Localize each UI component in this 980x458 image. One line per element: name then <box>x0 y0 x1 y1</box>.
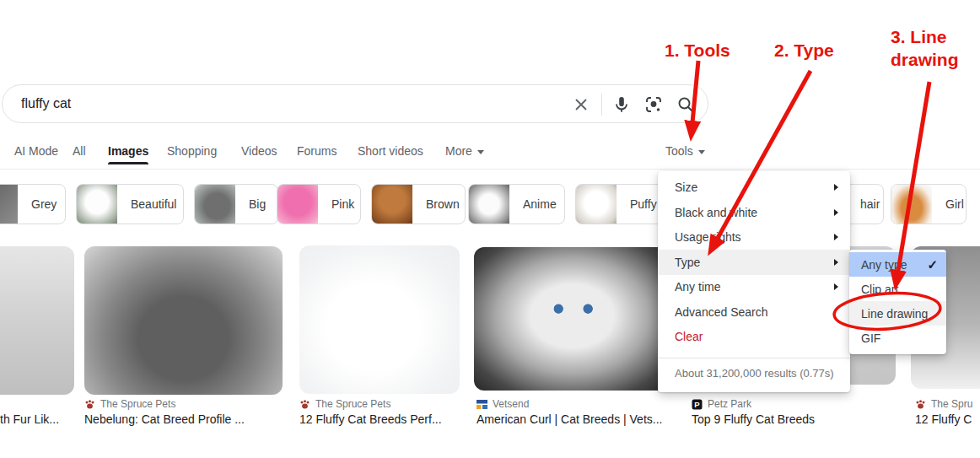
result-caption[interactable]: The Spruce Pets 12 Fluffy Cat Breeds Per… <box>299 397 442 426</box>
result-title: 12 Fluffy Cat Breeds Perf... <box>299 412 442 426</box>
chevron-down-icon <box>698 150 705 154</box>
menu-item-type[interactable]: Type <box>658 250 850 275</box>
menu-item-size[interactable]: Size <box>658 175 850 201</box>
chip-grey-thumbnail <box>0 184 18 224</box>
tabs-divider-line <box>0 169 980 170</box>
result-source: Vetsend <box>477 397 662 411</box>
result-source: The Spruce Pets <box>299 397 442 411</box>
petz-park-favicon: P <box>692 399 703 410</box>
result-type-tabs: AI Mode All Images Shopping Videos Forum… <box>0 144 980 163</box>
results-count-text: About 31,200,000 results (0.77s) <box>675 367 834 380</box>
annotation-step-2: 2. Type <box>774 39 834 62</box>
paw-icon <box>84 399 95 410</box>
tab-short-videos[interactable]: Short videos <box>358 144 423 158</box>
submenu-item-any-type[interactable]: Any type✓ <box>849 252 946 277</box>
result-source: The Spruce Pets <box>84 397 245 411</box>
tab-shopping[interactable]: Shopping <box>167 144 217 158</box>
result-caption[interactable]: The Spruce Pets Nebelung: Cat Breed Prof… <box>84 397 245 426</box>
voice-search-icon[interactable] <box>611 94 632 115</box>
search-icon[interactable] <box>676 94 696 115</box>
result-image-nebelung-cat[interactable] <box>84 246 283 395</box>
tools-button[interactable]: Tools <box>665 144 705 158</box>
chip-grey[interactable]: Grey <box>0 184 66 224</box>
chip-big[interactable]: Big <box>194 184 278 224</box>
clear-search-icon[interactable] <box>571 94 591 115</box>
result-caption[interactable]: P Petz Park Top 9 Fluffy Cat Breeds <box>692 397 815 426</box>
tab-images[interactable]: Images <box>108 144 148 158</box>
chip-girl-thumbnail <box>891 184 932 224</box>
submenu-arrow-icon <box>834 259 838 266</box>
menu-divider <box>658 358 850 358</box>
searchbar-divider <box>601 94 602 116</box>
menu-item-any-time[interactable]: Any time <box>658 275 850 300</box>
submenu-arrow-icon <box>834 209 838 216</box>
chip-girl[interactable]: Girl <box>891 184 967 224</box>
submenu-item-line-drawing[interactable]: Line drawing <box>849 301 946 326</box>
chip-brown[interactable]: Brown <box>371 184 466 224</box>
result-image-white-fluffy-cat[interactable] <box>299 245 460 394</box>
search-input[interactable]: fluffy cat <box>21 96 71 111</box>
result-title: American Curl | Cat Breeds | Vets... <box>477 412 662 426</box>
tab-more[interactable]: More <box>445 144 484 158</box>
paw-icon <box>299 399 310 410</box>
chip-big-thumbnail <box>195 184 235 224</box>
tab-all[interactable]: All <box>73 144 86 158</box>
menu-item-black-and-white[interactable]: Black and white <box>658 200 850 225</box>
tools-dropdown-menu: Size Black and white Usage rights Type A… <box>658 171 850 392</box>
result-title: Nebelung: Cat Breed Profile ... <box>84 412 245 426</box>
menu-item-advanced-search[interactable]: Advanced Search <box>658 299 850 325</box>
result-title: 12 Fluffy C <box>915 412 972 426</box>
annotation-step-3: 3. Line drawing <box>891 25 968 71</box>
tab-videos[interactable]: Videos <box>241 144 277 158</box>
menu-item-clear[interactable]: Clear <box>658 325 850 350</box>
submenu-arrow-icon <box>834 234 838 240</box>
search-bar: fluffy cat <box>2 84 708 123</box>
result-title: Top 9 Fluffy Cat Breeds <box>692 412 815 426</box>
paw-icon <box>915 399 926 410</box>
chip-puffy[interactable]: Puffy <box>575 184 668 224</box>
tab-ai-mode[interactable]: AI Mode <box>14 144 58 158</box>
result-source: P Petz Park <box>692 397 815 411</box>
result-caption[interactable]: th Fur Lik... <box>0 411 59 426</box>
chip-anime-thumbnail <box>469 184 509 224</box>
submenu-item-clip-art[interactable]: Clip art <box>849 277 946 301</box>
submenu-item-gif[interactable]: GIF <box>849 326 946 350</box>
result-caption[interactable]: The Spru 12 Fluffy C <box>915 397 972 426</box>
chip-beautiful-thumbnail <box>77 184 117 224</box>
lens-camera-icon[interactable] <box>643 94 664 115</box>
chip-beautiful[interactable]: Beautiful <box>76 184 184 224</box>
chevron-down-icon <box>477 150 484 154</box>
type-submenu: Any type✓ Clip art Line drawing GIF <box>849 250 946 354</box>
menu-item-usage-rights[interactable]: Usage rights <box>658 225 850 251</box>
checkmark-icon: ✓ <box>927 257 938 272</box>
tab-forums[interactable]: Forums <box>297 144 337 158</box>
annotation-step-1: 1. Tools <box>665 39 730 62</box>
chip-puffy-thumbnail <box>576 184 617 224</box>
svg-text:P: P <box>694 400 700 409</box>
chip-pink[interactable]: Pink <box>277 184 361 224</box>
result-title: th Fur Lik... <box>0 412 59 426</box>
result-source: The Spru <box>915 397 972 411</box>
submenu-arrow-icon <box>834 283 838 290</box>
vetsend-favicon <box>477 399 487 410</box>
submenu-arrow-icon <box>834 184 838 191</box>
result-caption[interactable]: Vetsend American Curl | Cat Breeds | Vet… <box>477 397 662 426</box>
result-image-american-curl-cat[interactable] <box>474 247 670 391</box>
chip-brown-thumbnail <box>372 184 412 224</box>
chip-pink-thumbnail <box>277 184 318 224</box>
google-images-results-page: fluffy cat AI Mode All <box>0 0 980 458</box>
chip-anime[interactable]: Anime <box>468 184 565 224</box>
result-image-white-cat-couch[interactable] <box>0 246 74 395</box>
